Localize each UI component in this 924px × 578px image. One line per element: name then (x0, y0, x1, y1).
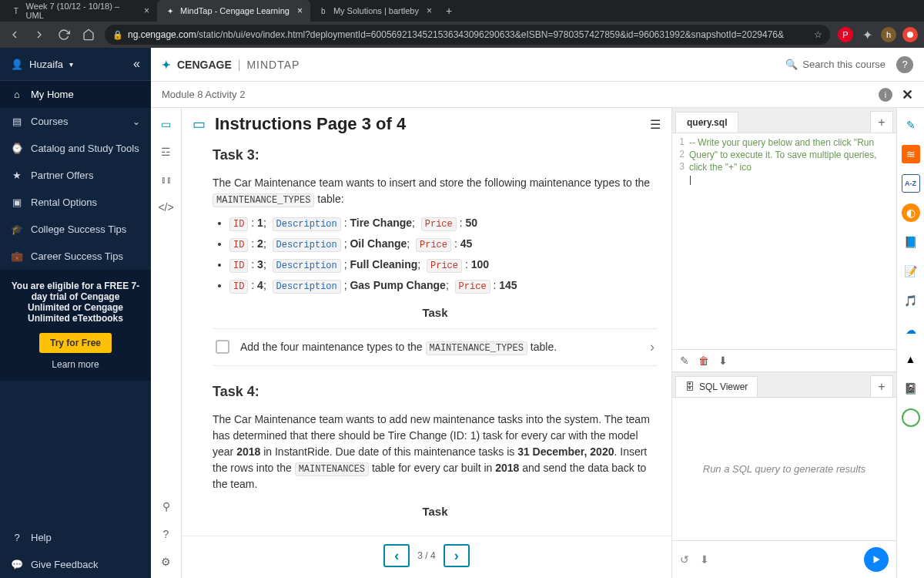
page-indicator: 3 / 4 (417, 550, 435, 561)
sql-panel: query.sql + 123 -- Write your query belo… (671, 108, 896, 578)
prev-page-button[interactable]: ‹ (383, 544, 410, 567)
sidebar-item-feedback[interactable]: 💬Give Feedback (0, 551, 151, 578)
browser-tab[interactable]: T Week 7 (10/12 - 10/18) – UML × (3, 0, 157, 22)
promo-panel: You are eligible for a FREE 7-day trial … (0, 270, 151, 381)
task-body: The Car Maintenance team wants to add ne… (213, 412, 658, 492)
rental-icon: ▣ (11, 197, 23, 208)
audio-icon[interactable]: 🎵 (902, 291, 920, 310)
sidebar-item-career[interactable]: 💼Career Success Tips (0, 243, 151, 270)
pinterest-icon[interactable]: P (838, 27, 853, 42)
close-button[interactable]: ✕ (902, 86, 913, 103)
sidebar-item-label: My Home (31, 89, 74, 100)
user-menu[interactable]: 👤 Huzaifa ▾ « (0, 48, 151, 81)
drive-icon[interactable]: ▲ (902, 350, 920, 368)
sidebar-item-home[interactable]: ⌂My Home (0, 81, 151, 108)
book-icon[interactable]: ▭ (158, 116, 175, 133)
viewer-placeholder: Run a SQL query to generate results (703, 463, 866, 475)
help-button[interactable]: ? (896, 56, 913, 73)
table-name: MAINTENANCE_TYPES (213, 193, 314, 207)
new-tab-button[interactable]: + (440, 2, 458, 20)
rss-icon[interactable]: ≋ (902, 145, 920, 163)
settings-icon[interactable]: ⚙ (158, 553, 175, 570)
lock-icon: 🔒 (112, 30, 123, 40)
sidebar-item-label: Partner Offers (31, 170, 93, 181)
sidebar-item-label: Give Feedback (31, 559, 98, 570)
list-item: ID : 2; Description ; Oil Change; Price … (229, 236, 658, 252)
editor-toolbar: ✎ 🗑 ⬇ (672, 349, 896, 371)
edit-icon[interactable]: ✎ (680, 355, 689, 367)
run-query-button[interactable] (864, 547, 889, 572)
browser-tab[interactable]: b My Solutions | bartleby × (310, 0, 440, 22)
task-check-row[interactable]: Add the four maintenance types to the MA… (213, 328, 658, 366)
chart-icon[interactable]: ⫾⫾ (158, 171, 175, 188)
chevron-down-icon: ▾ (69, 60, 73, 69)
menu-icon[interactable]: ☰ (650, 117, 661, 132)
help-icon[interactable]: ? (158, 526, 175, 543)
sidebar-item-help[interactable]: ?Help (0, 524, 151, 551)
briefcase-icon: 💼 (11, 250, 23, 262)
list-icon[interactable]: ☲ (158, 143, 175, 160)
checkbox[interactable] (216, 340, 229, 354)
sidebar-item-partner[interactable]: ★Partner Offers (0, 162, 151, 189)
instructions-title: Instructions Page 3 of 4 (215, 114, 406, 134)
app-header: ✦ CENGAGE | MINDTAP 🔍 Search this course… (151, 48, 924, 82)
dictionary-icon[interactable]: A-Z (902, 174, 920, 193)
cloud-icon[interactable]: ☁ (902, 321, 920, 339)
sidebar-item-label: Courses (31, 116, 68, 127)
user-icon: 👤 (11, 59, 23, 70)
next-page-button[interactable]: › (444, 544, 470, 567)
add-tab-button[interactable]: + (870, 111, 893, 133)
collapse-sidebar-button[interactable]: « (133, 57, 140, 71)
divider: | (238, 59, 241, 71)
code-area[interactable]: -- Write your query below and then click… (688, 133, 896, 349)
delete-icon[interactable]: 🗑 (698, 355, 709, 367)
back-button[interactable] (6, 26, 23, 43)
note-icon[interactable]: 📝 (902, 262, 920, 281)
code-icon[interactable]: </> (158, 199, 175, 216)
learn-more-link[interactable]: Learn more (11, 359, 140, 370)
address-bar[interactable]: 🔒 ng.cengage.com/static/nb/ui/evo/index.… (105, 25, 830, 45)
share-icon[interactable]: ⚲ (158, 498, 175, 515)
close-icon[interactable]: × (144, 5, 149, 16)
sidebar-item-rental[interactable]: ▣Rental Options (0, 189, 151, 216)
record-icon[interactable] (902, 27, 918, 42)
info-button[interactable]: i (879, 88, 892, 102)
file-tab[interactable]: query.sql (675, 112, 738, 133)
history-icon[interactable]: ↺ (680, 553, 689, 566)
close-icon[interactable]: × (297, 5, 303, 16)
notebook-icon[interactable]: 📓 (902, 379, 920, 398)
book-tool-icon[interactable]: 📘 (902, 233, 920, 251)
circle-tool-icon[interactable] (902, 408, 920, 427)
sidebar-item-college[interactable]: 🎓College Success Tips (0, 216, 151, 243)
add-viewer-tab-button[interactable]: + (870, 375, 893, 397)
code-editor[interactable]: 123 -- Write your query below and then c… (672, 133, 896, 349)
home-button[interactable] (80, 26, 97, 43)
breadcrumb-bar: Module 8 Activity 2 i ✕ (151, 82, 924, 108)
catalog-icon: ⌚ (11, 143, 23, 154)
search-course[interactable]: 🔍 Search this course (785, 59, 886, 70)
task-label: Task (213, 503, 658, 521)
download-icon[interactable]: ⬇ (700, 553, 709, 566)
sidebar-item-courses[interactable]: ▤Courses⌄ (0, 108, 151, 135)
reload-button[interactable] (55, 26, 72, 43)
search-placeholder: Search this course (802, 59, 886, 70)
try-free-button[interactable]: Try for Free (39, 333, 112, 353)
data-list: ID : 1; Description : Tire Change; Price… (229, 215, 658, 294)
sidebar-item-catalog[interactable]: ⌚Catalog and Study Tools (0, 135, 151, 162)
courses-icon: ▤ (11, 116, 23, 127)
highlighter-icon[interactable]: ✎ (902, 116, 920, 134)
viewer-tab[interactable]: 🗄SQL Viewer (675, 376, 758, 397)
list-item: ID : 4; Description ; Gas Pump Change; P… (229, 277, 658, 294)
task-label: Task (213, 304, 658, 322)
sidebar-item-label: Career Success Tips (31, 250, 123, 262)
profile-icon[interactable]: h (881, 27, 896, 42)
browser-tab[interactable]: ✦ MindTap - Cengage Learning × (157, 0, 310, 22)
star-icon[interactable]: ☆ (814, 29, 822, 40)
module-title: Module 8 Activity 2 (162, 89, 245, 100)
forward-button[interactable] (31, 26, 48, 43)
extensions-icon[interactable]: ✦ (859, 27, 875, 42)
tab-title: MindTap - Cengage Learning (180, 6, 290, 15)
download-icon[interactable]: ⬇ (718, 355, 728, 367)
close-icon[interactable]: × (427, 5, 432, 16)
orange-tool-icon[interactable]: ◐ (902, 203, 920, 222)
